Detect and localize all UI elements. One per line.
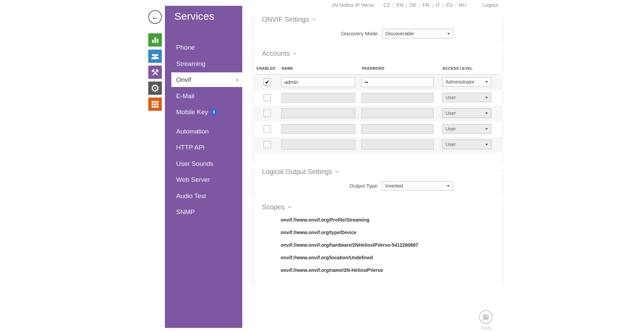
account-password-input xyxy=(361,124,434,134)
sidebar-title: Services xyxy=(174,11,214,22)
account-name-input xyxy=(281,108,355,118)
section-bracket-left xyxy=(253,170,256,196)
onvif-settings-title[interactable]: ONVIF Settings xyxy=(260,16,318,23)
apply-button[interactable]: Apply xyxy=(472,310,499,330)
column-header-enabled: ENABLED xyxy=(257,66,276,70)
back-arrow-icon: ← xyxy=(152,13,159,20)
accounts-section: Accounts ENABLED NAME PASSWORD ACCESS LE… xyxy=(253,50,503,160)
scope-item: onvif://www.onvif.org/type/Device xyxy=(281,230,418,235)
onvif-settings-section: ONVIF Settings Discovery Mode Discoverab… xyxy=(253,18,503,44)
lang-cz[interactable]: CZ xyxy=(383,2,390,8)
accounts-title[interactable]: Accounts xyxy=(260,50,299,57)
dropdown-arrow-icon xyxy=(447,185,450,187)
bar-chart-icon xyxy=(151,36,159,44)
access-level-value: User xyxy=(446,126,456,132)
access-level-value: Administrator xyxy=(446,79,474,85)
language-switcher: CZ | EN | DE | FR | IT | ES | RU xyxy=(383,2,466,8)
lang-fr[interactable]: FR xyxy=(422,2,429,8)
account-row-1: ✔ Administrator xyxy=(253,74,503,90)
access-level-select[interactable]: Administrator xyxy=(442,77,491,87)
lang-ru[interactable]: RU xyxy=(459,2,466,8)
account-name-input xyxy=(281,93,355,103)
device-title: 2N Helios IP Verso xyxy=(332,2,374,8)
sidebar-item-onvif[interactable]: Onvif › xyxy=(171,72,244,87)
sidebar-item-web-server[interactable]: Web Server xyxy=(165,172,242,188)
section-bracket-left xyxy=(253,204,256,284)
column-header-access-level: ACCESS LEVEL xyxy=(442,66,473,70)
account-name-input[interactable] xyxy=(281,77,355,87)
logical-output-section: Logical Output Settings Output Type Inve… xyxy=(253,170,503,196)
nav-tile-services[interactable]: ⚙ xyxy=(148,82,162,95)
sidebar-item-http-api[interactable]: HTTP API xyxy=(165,139,242,156)
account-password-input xyxy=(361,93,434,103)
access-level-select[interactable]: User xyxy=(442,93,491,102)
services-menu: Phone Streaming Onvif › E-Mail Mobile Ke… xyxy=(165,39,242,220)
account-password-input[interactable] xyxy=(361,77,434,87)
sidebar-item-phone[interactable]: Phone xyxy=(165,39,242,56)
enabled-checkbox[interactable] xyxy=(264,110,271,117)
dropdown-arrow-icon xyxy=(485,81,488,83)
sidebar-item-snmp[interactable]: SNMP xyxy=(165,204,242,220)
apply-label: Apply xyxy=(472,325,499,330)
nav-tile-hardware[interactable]: ⚒ xyxy=(148,66,162,79)
account-name-input xyxy=(281,124,355,134)
dropdown-arrow-icon xyxy=(485,112,488,114)
scope-item: onvif://www.onvif.org/Profile/Streaming xyxy=(281,217,418,223)
scopes-title[interactable]: Scopes xyxy=(260,203,293,211)
sidebar-item-automation[interactable]: Automation xyxy=(165,123,242,140)
lang-separator: | xyxy=(406,2,407,8)
dropdown-arrow-icon xyxy=(447,33,450,35)
enabled-checkbox[interactable] xyxy=(264,141,271,148)
sidebar-item-mobile-key[interactable]: Mobile Key xyxy=(165,104,242,120)
nav-tile-status[interactable] xyxy=(148,33,162,47)
scopes-section: Scopes onvif://www.onvif.org/Profile/Str… xyxy=(253,204,503,284)
output-type-select[interactable]: Inverted xyxy=(382,181,453,191)
output-type-label: Output Type xyxy=(350,181,377,191)
back-button[interactable]: ← xyxy=(148,10,162,24)
access-level-value: User xyxy=(446,110,456,116)
sidebar-item-label: Mobile Key xyxy=(176,108,208,116)
section-title-text: Logical Output Settings xyxy=(262,168,332,176)
services-sidebar: Services Phone Streaming Onvif › E-Mail … xyxy=(165,6,242,328)
account-password-input xyxy=(361,108,434,118)
section-title-text: ONVIF Settings xyxy=(262,16,309,23)
grid-icon xyxy=(151,101,159,108)
access-level-select[interactable]: User xyxy=(442,108,491,118)
enabled-checkbox[interactable] xyxy=(264,125,271,133)
section-bracket-left xyxy=(253,18,256,44)
account-row-2: User xyxy=(253,90,503,106)
enabled-checkbox[interactable]: ✔ xyxy=(264,78,271,86)
access-level-select[interactable]: User xyxy=(442,140,491,149)
access-level-value: User xyxy=(446,95,456,100)
lang-en[interactable]: EN xyxy=(396,2,403,8)
enabled-checkbox[interactable] xyxy=(264,94,271,101)
dropdown-arrow-icon xyxy=(485,144,488,145)
users-icon xyxy=(151,52,159,60)
scope-item: onvif://www.onvif.org/name/2N-HeliosIPVe… xyxy=(281,267,418,273)
account-password-input xyxy=(361,140,434,150)
sidebar-item-audio-test[interactable]: Audio Test xyxy=(165,188,242,204)
sidebar-item-email[interactable]: E-Mail xyxy=(165,88,242,104)
section-bracket-right xyxy=(500,170,503,196)
sidebar-item-user-sounds[interactable]: User Sounds xyxy=(165,156,242,172)
chevron-down-icon xyxy=(293,52,297,55)
save-icon xyxy=(482,314,489,320)
apply-circle xyxy=(479,310,493,324)
nav-tile-system[interactable] xyxy=(148,98,162,111)
nav-tile-directory[interactable] xyxy=(148,50,162,63)
lang-es[interactable]: ES xyxy=(446,2,453,8)
sidebar-item-streaming[interactable]: Streaming xyxy=(165,56,242,72)
lang-it[interactable]: IT xyxy=(435,2,440,8)
access-level-select[interactable]: User xyxy=(442,124,491,134)
logout-button[interactable]: Logout xyxy=(482,2,498,8)
discovery-mode-select[interactable]: Discoverable xyxy=(382,29,453,38)
chevron-down-icon xyxy=(335,171,339,173)
column-header-password: PASSWORD xyxy=(362,66,384,70)
chevron-down-icon xyxy=(288,206,291,208)
logical-output-title[interactable]: Logical Output Settings xyxy=(260,168,341,176)
access-level-value: User xyxy=(446,142,456,147)
account-row-4: User xyxy=(253,121,503,137)
scopes-list: onvif://www.onvif.org/Profile/Streaming … xyxy=(281,217,418,280)
lang-de[interactable]: DE xyxy=(410,2,417,8)
account-name-input xyxy=(281,140,355,150)
